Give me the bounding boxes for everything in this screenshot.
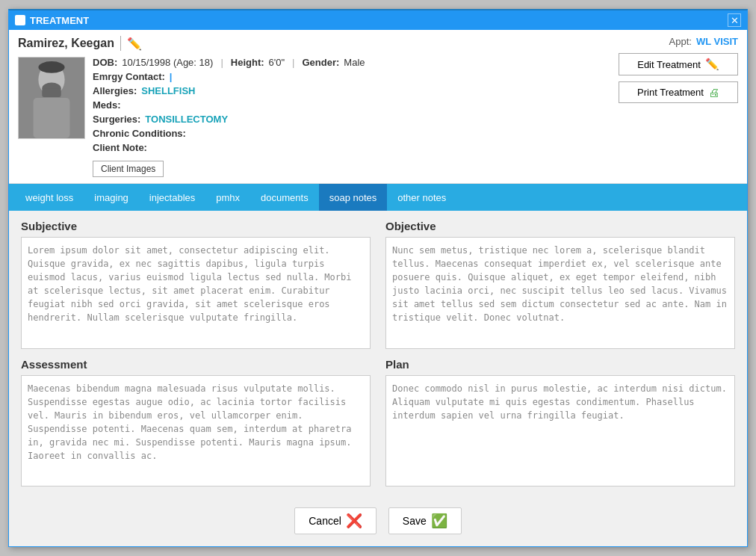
height-value: 6'0" [269,57,285,68]
plan-textarea[interactable] [385,375,735,487]
assessment-textarea[interactable] [21,375,371,487]
dob-value: 10/15/1998 (Age: 18) [122,57,213,68]
patient-header: Ramirez, Keegan ✏️ [9,30,747,184]
title-bar: TREATMENT ✕ [9,10,747,30]
height-label: Height: [231,57,264,68]
content-area: Ramirez, Keegan ✏️ [9,30,747,546]
cancel-button[interactable]: Cancel ❌ [294,507,377,534]
chronic-label: Chronic Conditions: [93,128,186,139]
dob-label: DOB: [93,57,117,68]
patient-actions: Appt: WL VISIT Edit Treatment ✏️ Print T… [619,36,738,177]
cancel-label: Cancel [309,515,341,527]
subjective-textarea[interactable] [21,237,371,349]
client-images-button[interactable]: Client Images [93,161,164,177]
assessment-section: Assessment [21,358,371,487]
save-icon: ✅ [431,513,447,529]
print-treatment-label: Print Treatment [637,87,704,98]
window-icon [15,15,25,25]
tab-soap-notes[interactable]: soap notes [319,184,388,211]
objective-textarea[interactable] [385,237,735,349]
edit-name-icon[interactable]: ✏️ [127,37,142,51]
pencil-icon: ✏️ [705,58,719,71]
save-button[interactable]: Save ✅ [388,507,462,534]
divider [120,36,121,51]
svg-rect-4 [42,88,61,97]
subjective-title: Subjective [21,220,371,232]
print-treatment-button[interactable]: Print Treatment 🖨 [619,81,738,103]
gender-value: Male [344,57,365,68]
appt-label: Appt: [669,36,692,47]
objective-section: Objective [385,220,735,349]
meds-label: Meds: [93,99,121,111]
window-title: TREATMENT [30,15,89,26]
tabs-bar: weight loss imaging injectables pmhx doc… [9,184,747,211]
edit-treatment-button[interactable]: Edit Treatment ✏️ [619,53,738,75]
patient-info: DOB: 10/15/1998 (Age: 18) | Height: 6'0"… [93,57,365,177]
surgeries-value: TONSILLECTOMY [145,114,228,125]
subjective-section: Subjective [21,220,371,349]
printer-icon: 🖨 [708,86,719,99]
svg-rect-2 [34,98,70,138]
surgeries-label: Surgeries: [93,114,140,125]
client-note-label: Client Note: [93,142,147,153]
edit-treatment-label: Edit Treatment [637,59,701,70]
emrgy-cursor: | [170,71,173,82]
tab-injectables[interactable]: injectables [139,184,205,211]
assessment-title: Assessment [21,358,371,371]
patient-photo [18,57,85,139]
svg-point-5 [38,61,64,73]
gender-label: Gender: [303,57,340,68]
allergies-value: SHELLFISH [141,85,195,96]
soap-content: Subjective Objective Assessment Plan [9,211,747,495]
objective-title: Objective [385,220,735,232]
plan-title: Plan [385,358,735,371]
cancel-icon: ❌ [346,513,362,529]
tab-documents[interactable]: documents [250,184,319,211]
tab-weight-loss[interactable]: weight loss [15,184,84,211]
patient-name: Ramirez, Keegan [18,37,114,50]
appt-value: WL VISIT [696,36,738,47]
main-window: TREATMENT ✕ Ramirez, Keegan ✏️ [8,9,748,547]
save-label: Save [403,515,427,527]
close-button[interactable]: ✕ [728,13,741,27]
plan-section: Plan [385,358,735,487]
tab-pmhx[interactable]: pmhx [205,184,250,211]
footer: Cancel ❌ Save ✅ [9,495,747,546]
tab-imaging[interactable]: imaging [84,184,139,211]
tab-other-notes[interactable]: other notes [387,184,456,211]
emrgy-label: Emrgy Contact: [93,71,165,82]
allergies-label: Allergies: [93,85,137,96]
